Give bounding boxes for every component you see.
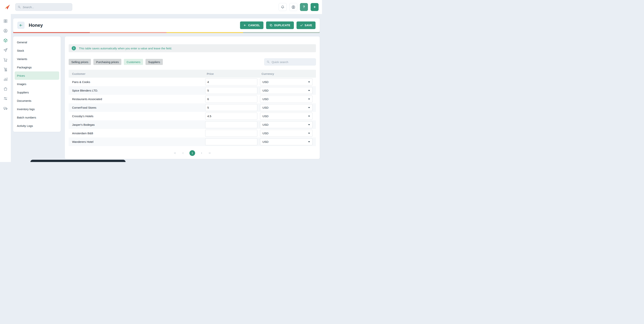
tab-purchasing-prices[interactable]: Purchasing prices xyxy=(94,59,121,65)
price-input[interactable] xyxy=(205,104,257,111)
currency-select[interactable]: USD xyxy=(260,130,312,137)
sidebar-item-batch-numbers[interactable]: Batch numbers xyxy=(15,113,59,122)
question-mark-icon: ? xyxy=(303,5,305,9)
duplicate-button[interactable]: DUPLICATE xyxy=(266,21,294,29)
products-icon[interactable] xyxy=(3,38,8,43)
currency-select[interactable]: USD xyxy=(260,113,312,120)
notifications-button[interactable] xyxy=(279,3,286,11)
progress-segment xyxy=(166,32,243,33)
pagination: 1 xyxy=(65,150,320,156)
sidebar-item-prices[interactable]: Prices xyxy=(15,71,59,80)
chevron-down-icon xyxy=(308,81,310,83)
user-circle-icon xyxy=(292,5,295,9)
currency-select[interactable]: USD xyxy=(260,78,312,85)
app-window: ? + Honey CANCEL xyxy=(0,0,322,162)
sidebar-item-activity-logs[interactable]: Activity Logs xyxy=(15,122,59,130)
currency-select[interactable]: USD xyxy=(260,96,312,103)
add-button[interactable]: + xyxy=(310,3,318,11)
price-input[interactable] xyxy=(205,96,257,103)
global-search-input[interactable] xyxy=(23,5,70,9)
quick-search[interactable] xyxy=(264,58,316,65)
bottom-toast-peek xyxy=(30,160,126,162)
customer-name: Wanderers Hotel xyxy=(72,140,202,143)
sidebar-item-packagings[interactable]: Packagings xyxy=(15,63,59,71)
price-input[interactable] xyxy=(205,121,257,128)
sidebar-item-inventory-logs[interactable]: Inventory logs xyxy=(15,105,59,113)
page-title: Honey xyxy=(29,23,43,28)
search-icon xyxy=(18,5,21,8)
global-search[interactable] xyxy=(15,3,72,11)
first-page-button[interactable] xyxy=(174,152,176,155)
currency-select[interactable]: USD xyxy=(260,138,312,145)
paper-plane-logo-icon xyxy=(4,4,10,10)
duplicate-button-label: DUPLICATE xyxy=(274,24,290,27)
currency-value: USD xyxy=(262,89,268,92)
table-row: Pans & Cooks USD xyxy=(69,78,316,86)
customer-name: Jasper's Bodegas xyxy=(72,123,202,126)
page-header: Honey CANCEL DUPLICATE SAVE xyxy=(13,18,320,32)
sidebar-item-suppliers[interactable]: Suppliers xyxy=(15,88,59,97)
account-button[interactable] xyxy=(289,3,297,11)
chevron-down-icon xyxy=(308,124,310,125)
current-page-button[interactable]: 1 xyxy=(190,150,195,156)
nav-rail xyxy=(0,14,11,162)
product-section-nav: General Stock Variants Packagings Prices… xyxy=(13,36,61,132)
price-input[interactable] xyxy=(205,78,257,85)
chevron-down-icon xyxy=(308,141,310,143)
back-button[interactable] xyxy=(17,22,24,29)
header-actions: CANCEL DUPLICATE SAVE xyxy=(240,21,316,29)
tab-customers[interactable]: Customers xyxy=(124,59,143,65)
sidebar-item-documents[interactable]: Documents xyxy=(15,97,59,105)
contacts-icon[interactable] xyxy=(3,28,8,33)
customer-name: Amsterdam B&B xyxy=(72,132,202,135)
autosave-banner-text: This table saves automatically when you … xyxy=(79,47,172,50)
sidebar-item-stock[interactable]: Stock xyxy=(15,46,59,55)
table-row: CornerFood Stores USD xyxy=(69,103,316,112)
back-arrow-icon xyxy=(244,24,246,27)
customer-name: Pans & Cooks xyxy=(72,80,202,84)
dashboard-icon[interactable] xyxy=(3,19,8,23)
column-header-customer: Customer xyxy=(72,72,202,75)
orders-icon[interactable] xyxy=(3,86,8,91)
chevron-down-icon xyxy=(308,107,310,108)
next-page-button[interactable] xyxy=(200,152,203,155)
save-button[interactable]: SAVE xyxy=(296,21,316,29)
quick-search-input[interactable] xyxy=(272,60,314,64)
progress-segment xyxy=(90,32,166,33)
customer-name: Spice Blenders LTD. xyxy=(72,89,202,92)
table-row: Amsterdam B&B USD xyxy=(69,129,316,138)
sidebar-item-general[interactable]: General xyxy=(15,38,59,46)
currency-value: USD xyxy=(262,80,268,84)
previous-page-button[interactable] xyxy=(182,152,184,155)
sidebar-item-images[interactable]: Images xyxy=(15,80,59,88)
purchasing-icon[interactable] xyxy=(3,67,8,72)
currency-value: USD xyxy=(262,115,268,118)
chevron-down-icon xyxy=(308,116,310,117)
settings-sliders-icon[interactable] xyxy=(3,96,8,101)
last-page-button[interactable] xyxy=(208,152,211,155)
price-input[interactable] xyxy=(205,138,257,145)
cancel-button[interactable]: CANCEL xyxy=(240,21,264,29)
reports-icon[interactable] xyxy=(3,77,8,81)
chevron-down-icon xyxy=(308,99,310,100)
price-input[interactable] xyxy=(205,113,257,120)
currency-select[interactable]: USD xyxy=(260,104,312,111)
customer-name: Crossby's Hotels xyxy=(72,115,202,118)
chevron-down-icon xyxy=(308,133,310,134)
autosave-banner: i This table saves automatically when yo… xyxy=(69,44,316,52)
cart-icon[interactable] xyxy=(3,57,8,62)
price-input[interactable] xyxy=(205,87,257,94)
tab-suppliers[interactable]: Suppliers xyxy=(146,59,163,65)
help-button[interactable]: ? xyxy=(300,3,308,11)
currency-select[interactable]: USD xyxy=(260,121,312,128)
fulfillment-icon[interactable] xyxy=(3,106,8,111)
sidebar-item-variants[interactable]: Variants xyxy=(15,55,59,63)
sales-icon[interactable] xyxy=(3,48,8,52)
prices-panel: i This table saves automatically when yo… xyxy=(65,36,320,159)
check-icon xyxy=(300,24,303,27)
currency-select[interactable]: USD xyxy=(260,87,312,94)
app-logo-icon[interactable] xyxy=(4,3,11,11)
tab-selling-prices[interactable]: Selling prices xyxy=(69,59,91,65)
table-row: Spice Blenders LTD. USD xyxy=(69,86,316,95)
price-input[interactable] xyxy=(205,130,257,137)
